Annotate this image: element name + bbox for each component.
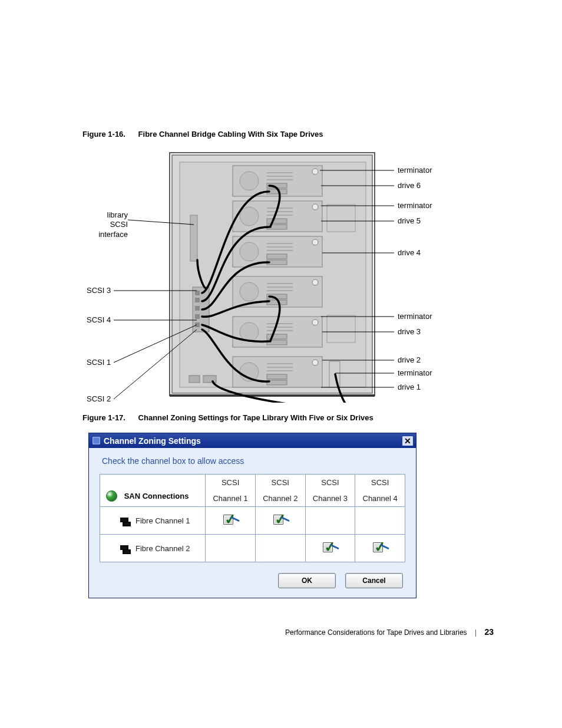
svg-rect-61 — [327, 205, 355, 232]
svg-rect-37 — [267, 254, 287, 259]
svg-rect-51 — [267, 334, 287, 339]
svg-point-26 — [240, 207, 259, 226]
dialog-title-bar: Channel Zoning Settings ✕ — [89, 433, 416, 448]
row-label: Fibre Channel 2 — [100, 535, 206, 562]
svg-point-53 — [312, 319, 318, 325]
svg-point-39 — [312, 239, 318, 245]
label-library-scsi-interface: library SCSIinterface — [88, 210, 128, 239]
label-scsi-2: SCSI 2 — [87, 394, 111, 404]
svg-rect-4 — [190, 215, 197, 261]
zone-cell[interactable] — [255, 535, 305, 562]
figure-1-17-number: Figure 1-17. — [82, 413, 125, 422]
col-2-header: Channel 2 — [255, 490, 305, 507]
globe-icon — [106, 490, 117, 502]
zone-cell[interactable]: ✓ — [255, 507, 305, 535]
zone-cell[interactable] — [355, 507, 405, 535]
label-scsi-3: SCSI 3 — [87, 286, 111, 295]
col-1-top: SCSI — [206, 475, 256, 491]
table-row: Fibre Channel 1✓✓ — [100, 507, 405, 535]
figure-1-16-number: Figure 1-16. — [82, 130, 125, 139]
channel-zoning-dialog: Channel Zoning Settings ✕ Check the chan… — [88, 433, 416, 598]
figure-1-16-caption: Figure 1-16. Fibre Channel Bridge Cablin… — [82, 130, 480, 139]
svg-point-40 — [240, 282, 259, 301]
svg-rect-8 — [195, 306, 200, 311]
checkbox-checked-icon[interactable]: ✓ — [272, 513, 289, 526]
row-label: Fibre Channel 1 — [100, 507, 206, 535]
svg-rect-12 — [203, 375, 216, 383]
col-3-top: SCSI — [305, 475, 355, 491]
svg-rect-7 — [195, 298, 200, 302]
connector-icon — [120, 518, 131, 525]
corner-label: SAN Connections — [124, 492, 189, 500]
zoning-table: SAN Connections SCSI SCSI SCSI SCSI Chan… — [100, 474, 405, 562]
label-terminator-3: terminator — [398, 312, 432, 321]
ok-button[interactable]: OK — [278, 573, 336, 588]
label-drive-5: drive 5 — [398, 216, 421, 226]
zone-cell[interactable]: ✓ — [206, 507, 256, 535]
svg-point-60 — [312, 360, 318, 365]
svg-rect-9 — [195, 314, 200, 319]
col-1-header: Channel 1 — [206, 490, 256, 507]
svg-point-19 — [240, 172, 259, 190]
svg-point-32 — [312, 204, 318, 210]
zone-cell[interactable]: ✓ — [355, 535, 405, 562]
svg-point-33 — [240, 242, 259, 261]
close-button[interactable]: ✕ — [402, 436, 414, 446]
col-3-header: Channel 3 — [305, 490, 355, 507]
label-scsi-4: SCSI 4 — [87, 315, 111, 325]
label-terminator-2: terminator — [398, 201, 432, 210]
label-drive-4: drive 4 — [398, 248, 421, 258]
svg-point-47 — [240, 322, 259, 341]
label-drive-3: drive 3 — [398, 327, 421, 337]
col-4-header: Channel 4 — [355, 490, 405, 507]
app-icon — [92, 437, 100, 444]
figure-1-17-caption: Figure 1-17. Channel Zoning Settings for… — [82, 413, 480, 422]
svg-rect-62 — [327, 315, 355, 342]
label-drive-2: drive 2 — [398, 355, 421, 365]
table-row: Fibre Channel 2✓✓ — [100, 535, 405, 562]
figure-1-16-title: Fibre Channel Bridge Cabling With Six Ta… — [138, 130, 323, 139]
label-drive-6: drive 6 — [398, 181, 421, 190]
svg-rect-30 — [267, 219, 287, 223]
svg-rect-10 — [195, 322, 200, 327]
page-number: 23 — [484, 627, 494, 637]
svg-rect-6 — [195, 291, 200, 295]
cancel-button[interactable]: Cancel — [345, 573, 403, 588]
svg-point-25 — [312, 169, 318, 174]
checkbox-checked-icon[interactable]: ✓ — [322, 541, 338, 554]
svg-point-46 — [312, 279, 318, 285]
figure-1-17-title: Channel Zoning Settings for Tape Library… — [138, 413, 373, 422]
connector-icon — [120, 545, 131, 552]
svg-rect-58 — [267, 374, 287, 379]
dialog-prompt: Check the channel box to allow access — [102, 456, 405, 466]
label-terminator-4: terminator — [398, 368, 432, 378]
col-4-top: SCSI — [355, 475, 405, 491]
footer-section: Performance Considerations for Tape Driv… — [285, 628, 467, 637]
checkbox-checked-icon[interactable]: ✓ — [222, 513, 239, 526]
label-scsi-1: SCSI 1 — [87, 358, 111, 367]
zone-cell[interactable] — [206, 535, 256, 562]
zone-cell[interactable]: ✓ — [305, 535, 355, 562]
figure-1-16-diagram: library SCSIinterface SCSI 3 SCSI 4 SCSI… — [92, 149, 470, 403]
checkbox-checked-icon[interactable]: ✓ — [372, 541, 388, 554]
col-2-top: SCSI — [255, 475, 305, 491]
label-terminator-1: terminator — [398, 166, 432, 175]
zone-cell[interactable] — [305, 507, 355, 535]
dialog-title: Channel Zoning Settings — [104, 436, 201, 446]
label-drive-1: drive 1 — [398, 383, 421, 392]
svg-rect-11 — [189, 375, 200, 383]
page-footer: Performance Considerations for Tape Driv… — [285, 627, 494, 637]
